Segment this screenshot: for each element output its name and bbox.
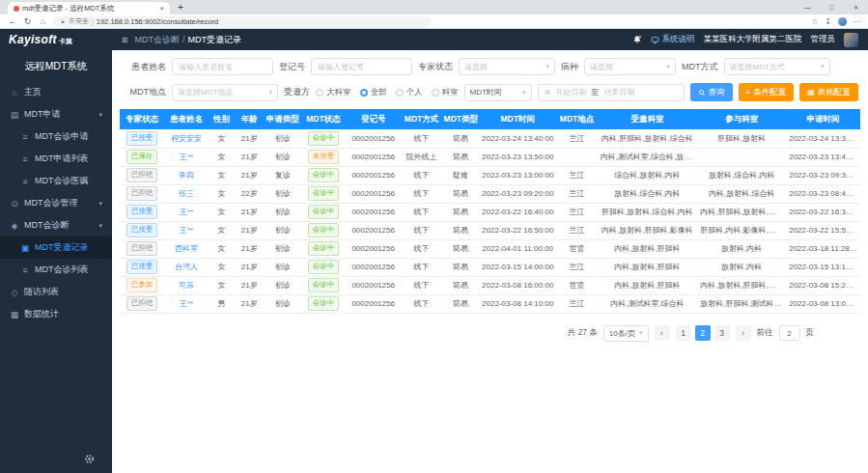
mdt-status-badge: 会诊中 (308, 131, 340, 146)
sidebar-item-MDT会诊管理[interactable]: ⊙MDT会诊管理▾ (0, 192, 112, 214)
cell-patient-name: 程安安安 (164, 129, 209, 148)
date-range-picker[interactable]: ⊞ 开始日期 至 结束日期 (538, 84, 685, 101)
register-no-input[interactable] (311, 58, 412, 75)
patient-name-link[interactable]: 王** (180, 153, 193, 161)
mdt-time-select[interactable]: MDT时间 ▾ (464, 84, 532, 101)
app-window: Kayisoft 卡翼 远程MDT系统 ⌂主页▤MDT申请▾≡MDT会诊申请≡M… (0, 29, 868, 473)
mdt-mode-label: MDT方式 (682, 61, 718, 73)
browser-menu-icon[interactable]: ⋯ (854, 17, 861, 26)
browser-tab[interactable]: mdt受邀记录 - 远程MDT系统 × (8, 2, 170, 14)
page-button-3[interactable]: 3 (714, 325, 730, 341)
condition-config-button[interactable]: ≡ 条件配置 (739, 83, 795, 101)
patient-name-link[interactable]: 可乐 (179, 281, 194, 290)
cell-mdt-status: 会诊中 (301, 184, 346, 203)
disease-select[interactable]: 请选择 ▾ (584, 58, 676, 75)
prev-page-button[interactable]: ‹ (655, 325, 670, 341)
page-button-1[interactable]: 1 (676, 325, 691, 341)
window-close-button[interactable]: × (844, 0, 868, 14)
cell-joined-depts: 肝胆科,内科,影像科,放射科 (697, 221, 786, 239)
search-icon (698, 89, 706, 97)
cell-patient-name: 可乐 (164, 276, 209, 294)
patient-name-link[interactable]: 西科室 (175, 244, 198, 253)
bell-icon[interactable] (632, 35, 642, 44)
collapse-menu-icon[interactable]: ≡ (122, 34, 127, 45)
sidebar-item-MDT会诊列表[interactable]: ≡MDT会诊列表 (0, 259, 112, 281)
list-icon: ≡ (20, 132, 30, 142)
window-maximize-button[interactable]: □ (820, 0, 844, 14)
browser-profile-avatar[interactable] (838, 17, 847, 26)
patient-name-link[interactable]: 李四 (179, 171, 194, 180)
sidebar-item-MDT会诊申请[interactable]: ≡MDT会诊申请 (0, 125, 112, 148)
cell-joined-depts: 内科,放射科,肝胆科,测试科室 (697, 276, 786, 294)
sidebar-item-label: MDT会诊医嘱 (35, 175, 89, 187)
column-header: 患者姓名 (164, 109, 209, 129)
patient-name-link[interactable]: 张三 (179, 189, 194, 198)
patient-name-link[interactable]: 台湾人 (175, 263, 198, 271)
cell-expert-status: 已接受 (120, 258, 164, 276)
cell-mdt-location (556, 148, 597, 166)
invitee-radio-全部[interactable]: 全部 (360, 87, 387, 98)
chevron-down-icon: ▾ (98, 200, 102, 208)
page-button-2[interactable]: 2 (695, 325, 711, 341)
cell-mdt-location: 世贤 (556, 239, 597, 258)
home-icon: ⌂ (10, 88, 19, 97)
downloads-icon[interactable]: ↧ (825, 17, 831, 26)
expert-status-badge: 已保存 (126, 150, 158, 164)
sidebar-item-MDT申请列表[interactable]: ≡MDT申请列表 (0, 148, 112, 170)
patient-name-input[interactable] (172, 58, 273, 75)
back-icon[interactable]: ← (7, 16, 17, 26)
sidebar-item-主页[interactable]: ⌂主页 (0, 81, 112, 103)
table-row: 已接受王**女21岁初诊会诊中0002001256线下简易2022-03-22 … (120, 203, 860, 221)
column-header: 专家状态 (120, 109, 164, 129)
refresh-icon[interactable]: ↻ (22, 16, 33, 26)
sidebar-item-MDT申请[interactable]: ▤MDT申请▾ (0, 103, 112, 125)
avatar[interactable] (844, 33, 858, 47)
goto-page-input[interactable] (779, 325, 800, 341)
mdt-status-badge: 会诊中 (308, 168, 340, 182)
window-minimize-button[interactable]: — (796, 0, 820, 14)
sidebar-item-label: MDT受邀记录 (35, 241, 89, 254)
sidebar-item-MDT会诊断[interactable]: ◈MDT会诊断▾ (0, 214, 112, 236)
patient-name-link[interactable]: 王** (180, 299, 193, 308)
cell-expert-status: 已接受 (120, 203, 164, 221)
mdt-location-select[interactable]: 请选择MDT地点 ▾ (172, 84, 278, 101)
home-icon[interactable]: ⌂ (38, 16, 48, 26)
cell-mdt-time: 2022-04-01 11:00:00 (479, 239, 557, 258)
new-tab-button[interactable]: + (178, 2, 183, 13)
page-size-select[interactable]: 10条/页 ▾ (603, 325, 649, 342)
sidebar-item-MDT会诊医嘱[interactable]: ≡MDT会诊医嘱 (0, 170, 112, 192)
cell-mdt-location: 兰江 (556, 203, 597, 221)
invitee-radio-个人[interactable]: 个人 (396, 87, 423, 98)
sidebar-item-label: 主页 (24, 86, 42, 98)
cell-mdt-location: 兰江 (556, 258, 597, 276)
cell-invited-depts: 内科,测试科室,综合科 (598, 294, 698, 313)
invitee-radio-大科室[interactable]: 大科室 (316, 87, 351, 98)
patient-name-link[interactable]: 王** (180, 208, 193, 216)
sidebar-item-数据统计[interactable]: ▦数据统计 (0, 303, 112, 325)
cell-mdt-time: 2022-03-23 09:20:00 (479, 184, 557, 203)
url-bar[interactable]: ▲ 不安全 | 192.168.0.156:9002/consultate/re… (53, 16, 432, 27)
cell-patient-name: 王** (164, 148, 209, 166)
cell-expert-status: 已接受 (120, 221, 164, 239)
patient-name-link[interactable]: 王** (180, 226, 193, 235)
search-button[interactable]: 查询 (690, 83, 733, 101)
next-page-button[interactable]: › (736, 325, 751, 341)
sidebar-item-随访列表[interactable]: ◇随访列表 (0, 281, 112, 303)
sidebar-item-MDT受邀记录[interactable]: ▣MDT受邀记录 (0, 236, 112, 259)
cell-mdt-location: 兰江 (556, 184, 597, 203)
patient-name-link[interactable]: 程安安安 (171, 134, 202, 143)
tab-close-icon[interactable]: × (159, 4, 164, 13)
favorites-star-icon[interactable]: ☆ (811, 17, 818, 26)
cell-reg-no: 0002001256 (346, 148, 402, 166)
column-header: 申请类型 (265, 109, 301, 129)
table-row: 已拒绝王**男21岁初诊会诊中0002001256线下简易2022-03-08 … (120, 294, 860, 313)
invitee-radio-科室[interactable]: 科室 (432, 87, 459, 98)
cell-mdt-time: 2022-03-23 13:50:00 (479, 148, 557, 166)
expert-status-select[interactable]: 请选择 ▾ (459, 58, 555, 75)
table-config-button[interactable]: ▦ 表格配置 (799, 83, 858, 101)
mdt-mode-select[interactable]: 请选择MDT方式 ▾ (724, 58, 830, 75)
system-help-link[interactable]: 系统说明 (651, 34, 695, 45)
cell-apply-time: 2022-03-22 15:57:03 (786, 221, 860, 239)
hospital-name: 某某医科大学附属第二医院 (704, 34, 802, 45)
settings-gear-icon[interactable] (84, 451, 95, 468)
